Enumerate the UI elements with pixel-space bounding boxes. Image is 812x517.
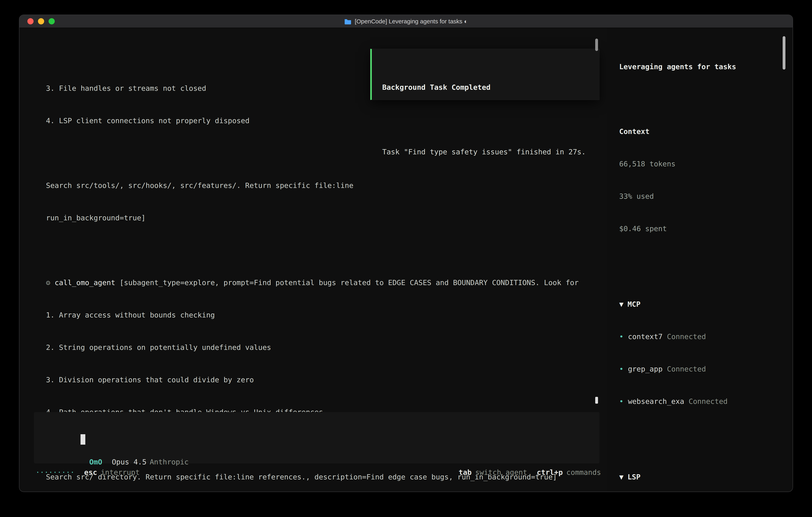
bullet-icon: • [619,365,624,373]
tool-args: [subagent_type=explore, prompt=Find pote… [115,278,579,287]
window-title: [OpenCode] Leveraging agents for tasks ◐ [344,18,467,25]
input-model-name: Opus 4.5 [112,458,146,466]
input-agent-name: OmO [89,458,102,466]
chevron-down-icon: ▼ [619,300,624,308]
spinner-dots: ········· [35,467,75,478]
chevron-down-icon: ▼ [619,473,624,481]
tool-name: call_omo_agent [55,278,115,287]
input-meta: OmOOpus 4.5Anthropic [46,446,188,457]
prompt-input[interactable]: OmOOpus 4.5Anthropic [34,412,600,463]
title-bar: [OpenCode] Leveraging agents for tasks ◐ [19,15,793,28]
context-tokens: 66,518 tokens [619,159,783,169]
folder-icon [344,19,351,24]
close-window-button[interactable] [27,18,34,24]
window-title-text: [OpenCode] Leveraging agents for tasks ◐ [355,18,467,25]
context-spent: $0.46 spent [619,223,783,234]
tool-call-line: ⚙ call_omo_agent [subagent_type=explore,… [19,277,607,288]
terminal-window: [OpenCode] Leveraging agents for tasks ◐… [19,15,793,492]
bullet-icon: • [619,397,624,405]
log-line: run_in_background=true] [19,213,607,223]
session-sidebar: Leveraging agents for tasks Context 66,5… [607,28,793,492]
mcp-item: •grep_appConnected [619,364,783,375]
toast-body: Task "Find type safety issues" finished … [382,146,593,157]
status-bar: ········· esc interrupt tab switch agent… [19,467,607,478]
bullet-icon: • [619,332,624,341]
traffic-lights [27,15,55,28]
log-line: 2. String operations on potentially unde… [19,342,607,353]
chat-main-area: 3. File handles or streams not closed 4.… [19,28,607,492]
mcp-item: •websearch_exaConnected [619,396,783,407]
gear-icon: ⚙ [46,278,50,287]
log-line: 1. Array access without bounds checking [19,310,607,321]
toast-title: Background Task Completed [382,82,593,93]
text-cursor [81,434,85,445]
zoom-window-button[interactable] [49,18,55,24]
mcp-section-header[interactable]: ▼MCP [619,299,783,310]
ctrlp-key-hint: ctrl+p [537,467,563,478]
input-provider-name: Anthropic [150,458,188,466]
log-line: 3. Division operations that could divide… [19,375,607,385]
session-title: Leveraging agents for tasks [619,61,783,72]
esc-key-hint: esc [84,467,97,478]
lsp-section-header[interactable]: ▼LSP [619,472,783,483]
sidebar-scrollbar-thumb[interactable] [783,36,785,70]
background-task-toast[interactable]: Background Task Completed Task "Find typ… [370,49,600,100]
log-line: Search src/tools/, src/hooks/, src/featu… [19,180,607,191]
minimize-window-button[interactable] [38,18,44,24]
mcp-item: •context7Connected [619,331,783,342]
main-scrollbar-thumb[interactable] [595,38,598,51]
context-used: 33% used [619,191,783,202]
main-scroll-position-marker[interactable] [595,397,598,404]
context-heading: Context [619,126,783,137]
tab-key-hint: tab [459,467,471,478]
